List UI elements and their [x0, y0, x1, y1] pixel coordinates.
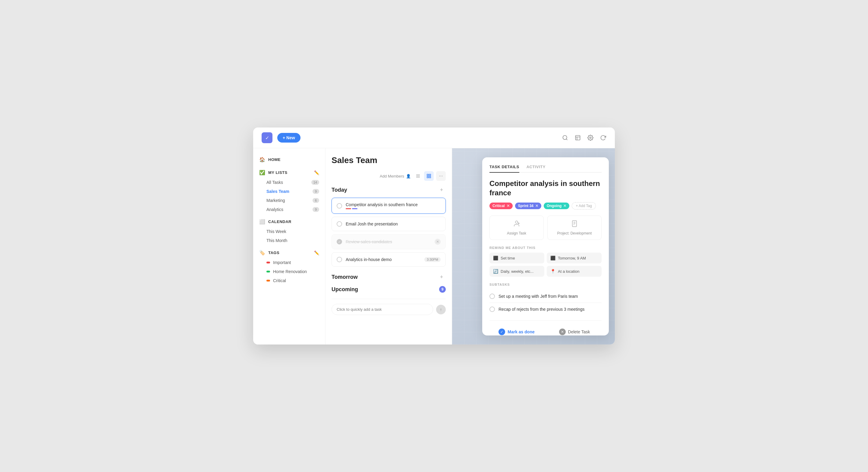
- task-item-1[interactable]: Competitor analysis in southern france: [332, 198, 446, 214]
- refresh-icon[interactable]: [600, 134, 607, 141]
- remind-location[interactable]: 📍 At a location: [547, 266, 601, 277]
- panel-header: Sales Team: [332, 156, 446, 165]
- sidebar-item-tag-home-renovation[interactable]: Home Renovation: [253, 267, 325, 276]
- notifications-icon[interactable]: [575, 134, 581, 141]
- sidebar-item-home[interactable]: 🏠 HOME: [253, 154, 325, 165]
- subtask-item-2[interactable]: Recap of rejects from the previous 3 mee…: [490, 303, 601, 316]
- grid-view-button[interactable]: [424, 171, 434, 181]
- remind-tomorrow-9am[interactable]: ⬛ Tomorrow, 9 AM: [547, 253, 601, 263]
- project-card[interactable]: Project: Development: [547, 216, 601, 240]
- tag-dot-important: [267, 262, 270, 263]
- task-1-indicator-purple: [352, 208, 358, 209]
- sidebar-header-my-lists[interactable]: ✅ MY LISTS ✏️: [253, 167, 325, 178]
- remind-grid: ⬛ Set time ⬛ Tomorrow, 9 AM 🔄 Daily, wee…: [490, 253, 601, 277]
- tag-critical[interactable]: Critical ✕: [490, 202, 513, 209]
- tab-task-details[interactable]: TASK DETAILS: [490, 164, 519, 173]
- remind-section: REMIND ME ABOUT THIS ⬛ Set time ⬛ Tomorr…: [490, 246, 601, 277]
- task-4-tag: 3:30PM: [424, 257, 441, 262]
- delete-task-button[interactable]: ✕ Delete Task: [547, 325, 601, 336]
- task-3-text: Review sales candidates: [346, 239, 431, 244]
- sidebar-item-this-week[interactable]: This Week: [253, 227, 325, 236]
- subtask-1-checkbox[interactable]: [490, 293, 495, 299]
- sidebar-item-tag-important[interactable]: Important: [253, 258, 325, 267]
- sidebar-item-marketing[interactable]: Marketing 6: [253, 196, 325, 205]
- topbar: ✓ + New: [253, 127, 615, 148]
- tags-edit-icon[interactable]: ✏️: [314, 250, 319, 255]
- list-view-button[interactable]: [413, 171, 423, 181]
- remind-set-time-label: Set time: [501, 256, 515, 260]
- task-3-checkbox[interactable]: ✓: [337, 239, 342, 245]
- assign-task-card[interactable]: Assign Task: [490, 216, 544, 240]
- home-icon: 🏠: [259, 157, 265, 162]
- calendar-icon: ⬜: [259, 219, 265, 225]
- quick-add-submit-button[interactable]: ↑: [436, 305, 446, 314]
- tag-ongoing[interactable]: Ongoing ✕: [544, 202, 569, 209]
- svg-point-11: [516, 221, 518, 223]
- svg-rect-2: [576, 136, 580, 140]
- assign-icon: [513, 220, 520, 229]
- mark-done-button[interactable]: ✓ Mark as done: [490, 325, 544, 336]
- quick-add-input[interactable]: [332, 304, 433, 315]
- clock-icon: ⬛: [493, 256, 498, 260]
- upcoming-badge: 9: [439, 286, 446, 293]
- details-footer: ✓ Mark as done ✕ Delete Task: [490, 320, 601, 336]
- sidebar: 🏠 HOME ✅ MY LISTS ✏️ All Tasks 14 Sales …: [253, 148, 326, 345]
- sidebar-section-home: 🏠 HOME: [253, 154, 325, 165]
- tag-ongoing-label: Ongoing: [547, 204, 561, 208]
- subtask-1-text: Set up a meeting with Jeff from Paris te…: [498, 294, 578, 299]
- svg-point-3: [590, 137, 591, 139]
- my-lists-edit-icon[interactable]: ✏️: [314, 170, 319, 175]
- sidebar-header-calendar[interactable]: ⬜ CALENDAR: [253, 216, 325, 227]
- details-actions: Assign Task Project: Development: [490, 216, 601, 240]
- tomorrow-add-button[interactable]: +: [437, 273, 446, 281]
- subtasks-section: SUBTASKS Set up a meeting with Jeff from…: [490, 283, 601, 316]
- sidebar-item-analytics[interactable]: Analytics 9: [253, 205, 325, 214]
- add-members-label: Add Members: [380, 174, 404, 179]
- sidebar-item-this-month[interactable]: This Month: [253, 236, 325, 245]
- tag-sprint-remove[interactable]: ✕: [535, 204, 538, 208]
- task-2-checkbox[interactable]: [337, 221, 342, 227]
- subtask-item-1[interactable]: Set up a meeting with Jeff from Paris te…: [490, 290, 601, 303]
- task-item-3[interactable]: ✓ Review sales candidates ✕: [332, 234, 446, 249]
- task-1-checkbox[interactable]: [337, 203, 342, 209]
- sidebar-section-my-lists: ✅ MY LISTS ✏️ All Tasks 14 Sales Team 9 …: [253, 167, 325, 214]
- logo-button[interactable]: ✓: [261, 132, 273, 143]
- search-icon[interactable]: [562, 134, 568, 141]
- svg-point-0: [563, 136, 567, 139]
- sidebar-section-calendar: ⬜ CALENDAR This Week This Month: [253, 216, 325, 245]
- section-upcoming-header: Upcoming 9: [332, 286, 446, 293]
- sidebar-header-tags[interactable]: 🏷️ TAGS ✏️: [253, 247, 325, 258]
- settings-icon[interactable]: [587, 134, 594, 141]
- project-icon: [571, 220, 578, 229]
- task-4-checkbox[interactable]: [337, 257, 342, 262]
- mark-done-icon: ✓: [498, 328, 505, 335]
- new-button[interactable]: + New: [277, 133, 301, 143]
- more-options-button[interactable]: ···: [436, 171, 446, 181]
- tag-ongoing-remove[interactable]: ✕: [563, 204, 566, 208]
- tag-sprint[interactable]: Sprint 34 ✕: [515, 202, 541, 209]
- assign-task-label: Assign Task: [507, 231, 526, 235]
- add-person-icon: 👤: [406, 174, 411, 179]
- svg-rect-14: [572, 221, 577, 227]
- sidebar-item-all-tasks[interactable]: All Tasks 14: [253, 178, 325, 187]
- subtask-2-checkbox[interactable]: [490, 307, 495, 312]
- sidebar-item-sales-team[interactable]: Sales Team 9: [253, 187, 325, 196]
- remind-daily-weekly[interactable]: 🔄 Daily, weekly, etc...: [490, 266, 544, 277]
- add-members-button[interactable]: Add Members 👤: [380, 174, 411, 179]
- task-item-4[interactable]: Analytics in-house demo 3:30PM: [332, 252, 446, 267]
- remind-set-time[interactable]: ⬛ Set time: [490, 253, 544, 263]
- calendar-remind-icon: ⬛: [550, 256, 555, 260]
- task-3-remove-button[interactable]: ✕: [435, 239, 441, 245]
- sidebar-item-tag-critical[interactable]: Critical: [253, 276, 325, 285]
- panel-title: Sales Team: [332, 156, 377, 165]
- svg-rect-7: [427, 174, 429, 176]
- task-details-panel: TASK DETAILS ACTIVITY Competitor analysi…: [482, 157, 609, 336]
- today-add-button[interactable]: +: [437, 186, 446, 194]
- add-tag-button[interactable]: + Add Tag: [572, 202, 596, 210]
- tag-critical-remove[interactable]: ✕: [507, 204, 510, 208]
- task-1-text: Competitor analysis in southern france: [346, 202, 441, 207]
- task-list-panel: Sales Team Add Members 👤: [326, 148, 452, 345]
- tab-activity[interactable]: ACTIVITY: [527, 164, 546, 173]
- task-item-2[interactable]: Email Josh the presentation: [332, 217, 446, 231]
- delete-icon: ✕: [559, 328, 566, 335]
